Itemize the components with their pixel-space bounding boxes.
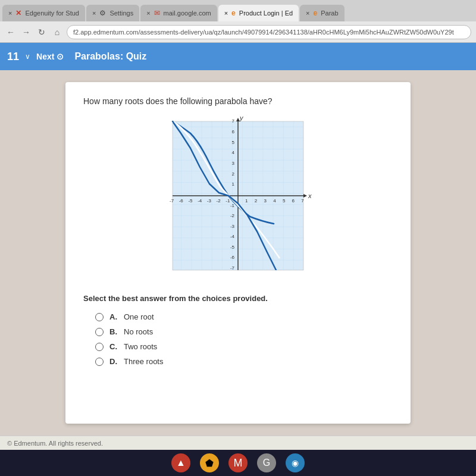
svg-text:-2: -2 xyxy=(217,198,221,203)
svg-text:2: 2 xyxy=(232,171,235,177)
taskbar-icon-red[interactable]: ▲ xyxy=(171,453,190,472)
radio-d[interactable] xyxy=(95,358,104,366)
footer: © Edmentum. All rights reserved. xyxy=(0,436,476,450)
svg-text:y: y xyxy=(239,115,244,121)
taskbar-icon-google[interactable]: G xyxy=(257,453,276,472)
svg-text:3: 3 xyxy=(232,161,235,166)
quiz-title: Parabolas: Quiz xyxy=(74,51,146,62)
svg-text:-7: -7 xyxy=(170,198,174,203)
svg-text:-6: -6 xyxy=(179,198,184,203)
svg-text:4: 4 xyxy=(232,150,235,155)
tab-label: Settings xyxy=(109,10,133,17)
tab-label: Product Login | Ed xyxy=(239,10,293,17)
svg-text:5: 5 xyxy=(283,198,286,203)
taskbar: ▲ ⬟ M G ◉ xyxy=(0,450,476,476)
choice-c-text: Two roots xyxy=(124,342,157,351)
svg-text:x: x xyxy=(308,192,312,199)
svg-marker-4 xyxy=(303,194,307,198)
svg-text:-5: -5 xyxy=(230,245,235,250)
tab-settings[interactable]: × ⚙ Settings xyxy=(86,5,139,21)
forward-button[interactable]: → xyxy=(20,26,32,38)
question-text: How many roots does the following parabo… xyxy=(83,96,393,106)
radio-a[interactable] xyxy=(95,313,104,321)
svg-text:2: 2 xyxy=(255,198,258,203)
tab-parab[interactable]: × e Parab xyxy=(300,5,344,21)
svg-text:-1: -1 xyxy=(226,198,230,203)
svg-text:6: 6 xyxy=(232,129,235,134)
next-label: Next xyxy=(36,52,54,61)
tab-close-icon[interactable]: × xyxy=(8,10,12,17)
tab-close-icon[interactable]: × xyxy=(146,10,150,17)
svg-text:1: 1 xyxy=(232,181,235,187)
svg-text:7: 7 xyxy=(301,198,304,203)
tab-label: Parab xyxy=(321,10,338,17)
choice-a-text: One root xyxy=(124,312,154,321)
choice-b-letter: B. xyxy=(109,327,119,336)
tab-close-icon[interactable]: × xyxy=(92,10,96,17)
radio-c[interactable] xyxy=(95,343,104,351)
back-button[interactable]: ← xyxy=(5,26,17,38)
svg-text:7: 7 xyxy=(232,118,235,124)
choice-d[interactable]: D. Three roots xyxy=(95,357,393,366)
svg-text:1: 1 xyxy=(245,198,248,203)
taskbar-icon-orange[interactable]: ⬟ xyxy=(200,453,219,472)
svg-text:-3: -3 xyxy=(207,198,212,203)
svg-text:-4: -4 xyxy=(198,198,202,203)
choice-b[interactable]: B. No roots xyxy=(95,327,393,336)
svg-text:-4: -4 xyxy=(230,234,235,239)
address-input[interactable]: f2.app.edmentum.com/assessments-delivery… xyxy=(67,25,471,39)
svg-text:-2: -2 xyxy=(230,213,235,218)
tab-product-login[interactable]: × e Product Login | Ed xyxy=(218,5,299,21)
svg-text:-6: -6 xyxy=(230,255,235,260)
svg-text:3: 3 xyxy=(264,198,267,203)
choice-c-letter: C. xyxy=(109,342,119,351)
tab-bar: × ✕ Edgenuity for Stud × ⚙ Settings × ✉ … xyxy=(0,0,476,21)
answer-choices: A. One root B. No roots C. Two roots xyxy=(95,312,393,366)
question-number: 11 xyxy=(7,51,19,63)
svg-text:4: 4 xyxy=(273,198,276,203)
svg-text:5: 5 xyxy=(232,140,235,145)
radio-b[interactable] xyxy=(95,328,104,336)
address-bar: ← → ↻ ⌂ f2.app.edmentum.com/assessments-… xyxy=(0,21,476,43)
choice-a[interactable]: A. One root xyxy=(95,312,393,321)
svg-text:6: 6 xyxy=(292,198,295,203)
taskbar-icon-gmail[interactable]: M xyxy=(228,453,248,472)
home-button[interactable]: ⌂ xyxy=(51,26,63,38)
refresh-button[interactable]: ↻ xyxy=(36,26,48,38)
taskbar-icon-blue[interactable]: ◉ xyxy=(286,453,305,472)
instruction-text: Select the best answer from the choices … xyxy=(83,294,393,303)
graph-container: x y -7 -6 -5 -4 -3 -2 -1 1 xyxy=(161,115,315,282)
parabola-graph: x y -7 -6 -5 -4 -3 -2 -1 1 xyxy=(161,115,315,282)
tab-gmail[interactable]: × ✉ mail.google.com xyxy=(140,5,217,21)
svg-text:-5: -5 xyxy=(188,198,193,203)
tab-edgenuity[interactable]: × ✕ Edgenuity for Stud xyxy=(2,5,85,21)
choice-d-letter: D. xyxy=(109,357,119,366)
tab-label: Edgenuity for Stud xyxy=(25,10,79,17)
choice-d-text: Three roots xyxy=(124,357,163,366)
footer-text: © Edmentum. All rights reserved. xyxy=(7,440,103,447)
svg-text:-3: -3 xyxy=(230,224,235,229)
choice-c[interactable]: C. Two roots xyxy=(95,342,393,351)
tab-close-icon[interactable]: × xyxy=(306,10,309,17)
next-icon: ⊙ xyxy=(57,52,64,61)
content-area: How many roots does the following parabo… xyxy=(0,70,476,436)
choice-a-letter: A. xyxy=(109,312,119,321)
svg-text:-7: -7 xyxy=(230,265,235,271)
browser-window: × ✕ Edgenuity for Stud × ⚙ Settings × ✉ … xyxy=(0,0,476,476)
choice-b-text: No roots xyxy=(124,327,153,336)
address-text: f2.app.edmentum.com/assessments-delivery… xyxy=(73,29,454,36)
app-toolbar: 11 ∨ Next ⊙ Parabolas: Quiz xyxy=(0,43,476,70)
question-card: How many roots does the following parabo… xyxy=(65,82,411,424)
svg-text:-1: -1 xyxy=(230,203,235,208)
tab-close-icon[interactable]: × xyxy=(224,10,228,17)
tab-label: mail.google.com xyxy=(164,10,211,17)
question-number-chevron[interactable]: ∨ xyxy=(25,52,30,61)
next-button[interactable]: Next ⊙ xyxy=(36,52,64,61)
